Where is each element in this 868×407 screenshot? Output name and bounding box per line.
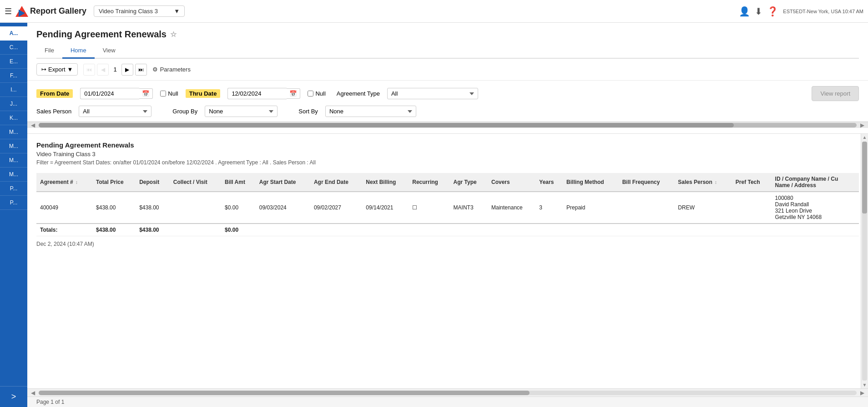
page-first-button[interactable]: ⏮ [83, 64, 95, 76]
report-content: Pending Agreement Renewals Video Trainin… [27, 134, 868, 388]
params-row-1: From Date 📅 Null Thru Date 📅 Null [36, 86, 859, 101]
thru-date-null-checkbox[interactable]: Null [308, 90, 325, 97]
content-area: Pending Agreement Renewals ☆ File Home V… [27, 23, 868, 407]
report-timestamp: Dec 2, 2024 (10:47 AM) [36, 241, 859, 247]
sort-by-select[interactable]: None Agreement # Total Price [325, 106, 416, 117]
sidebar-item-e[interactable]: E... [0, 55, 27, 69]
parameters-label: Parameters [160, 66, 191, 73]
sidebar: A... C... E... F... I... J... K... M... … [0, 23, 27, 407]
col-location: ID / Company Name / CuName / Address [772, 173, 859, 192]
scroll-down-icon[interactable]: ▼ [861, 382, 868, 388]
params-row-2: Sales Person All Group By None Sales Per… [36, 106, 859, 117]
group-by-select[interactable]: None Sales Person Agreement Type [205, 106, 278, 117]
from-date-calendar-button[interactable]: 📅 [139, 88, 153, 99]
col-years: Years [535, 173, 563, 192]
col-billing-method: Billing Method [563, 173, 619, 192]
sidebar-item-k[interactable]: K... [0, 111, 27, 125]
sidebar-item-p1[interactable]: P... [0, 182, 27, 196]
sort-icon-sales-person[interactable]: ↕ [715, 180, 717, 185]
cell-collect-visit [170, 192, 221, 224]
sidebar-item-j[interactable]: J... [0, 97, 27, 111]
sidebar-item-m1[interactable]: M... [0, 125, 27, 139]
hamburger-menu[interactable]: ☰ [5, 6, 12, 16]
cell-billing-method: Prepaid [563, 192, 619, 224]
col-agreement-num: Agreement # ↕ [36, 173, 92, 192]
sales-person-select[interactable]: All [79, 106, 151, 117]
from-date-input[interactable] [80, 88, 139, 99]
table-header-row: Agreement # ↕ Total Price Deposit Collec… [36, 173, 859, 192]
thru-date-calendar-button[interactable]: 📅 [287, 88, 300, 99]
col-total-price: Total Price [92, 173, 136, 192]
page-last-button[interactable]: ⏭ [135, 64, 147, 76]
thru-date-input[interactable] [227, 88, 287, 99]
report-header: Pending Agreement Renewals ☆ File Home V… [27, 23, 868, 59]
sidebar-item-a[interactable]: A... [0, 26, 27, 41]
cell-bill-amt: $0.00 [221, 192, 256, 224]
sidebar-item-c[interactable]: C... [0, 41, 27, 55]
export-button[interactable]: ↦ Export ▼ [36, 63, 78, 76]
col-pref-tech: Pref Tech [732, 173, 772, 192]
bottom-scroll-left-icon[interactable]: ◀ [29, 390, 37, 396]
vertical-scrollbar[interactable]: ▲ ▼ [861, 134, 868, 388]
totals-label: Totals: [36, 224, 92, 236]
bottom-scroll-right-icon[interactable]: ▶ [858, 390, 866, 396]
page-prev-button[interactable]: ◀ [97, 64, 109, 76]
scroll-track [862, 142, 867, 381]
cell-location: 100080 David Randall 321 Leon Drive Getz… [772, 192, 859, 224]
pagination: ⏮ ◀ 1 ▶ ⏭ [83, 64, 146, 76]
report-content-subtitle: Video Training Class 3 [36, 151, 859, 158]
page-next-button[interactable]: ▶ [121, 64, 133, 76]
sidebar-item-m3[interactable]: M... [0, 153, 27, 168]
scroll-left-arrow-icon[interactable]: ◀ [29, 122, 37, 128]
sidebar-item-p2[interactable]: P... [0, 196, 27, 210]
col-agr-start-date: Agr Start Date [256, 173, 310, 192]
cell-recurring: ☐ [409, 192, 449, 224]
view-report-button[interactable]: View report [812, 86, 859, 101]
report-content-title: Pending Agreement Renewals [36, 141, 859, 149]
class-dropdown[interactable]: Video Training Class 3 ▼ [94, 5, 185, 17]
agreement-type-select[interactable]: All Maintenance Service Other [387, 88, 478, 99]
from-date-null-checkbox[interactable]: Null [160, 90, 178, 97]
from-date-input-group: 📅 [80, 88, 153, 99]
sidebar-item-i[interactable]: I... [0, 83, 27, 97]
user-icon[interactable]: 👤 [739, 6, 750, 17]
tab-bar: File Home View [36, 43, 859, 59]
download-icon[interactable]: ⬇ [755, 6, 762, 17]
help-icon[interactable]: ❓ [767, 6, 778, 17]
bottom-scrollbar[interactable]: ◀ ▶ [27, 388, 868, 397]
table-row: 400049 $438.00 $438.00 $0.00 09/03/2024 … [36, 192, 859, 224]
thru-date-label: Thru Date [186, 89, 221, 98]
totals-collect-visit [170, 224, 221, 236]
page-number: 1 [111, 66, 119, 73]
sort-icon-agreement[interactable]: ↕ [76, 180, 78, 185]
tab-file[interactable]: File [36, 43, 62, 59]
cell-bill-frequency [619, 192, 675, 224]
report-table-wrapper: Agreement # ↕ Total Price Deposit Collec… [36, 173, 859, 236]
sidebar-expand-button[interactable]: > [0, 386, 27, 407]
app-title: Report Gallery [30, 6, 86, 16]
sort-by-label: Sort By [298, 108, 318, 115]
agreement-type-label: Agreement Type [337, 90, 380, 97]
sidebar-item-m4[interactable]: M... [0, 168, 27, 182]
scroll-up-icon[interactable]: ▲ [861, 134, 868, 141]
from-date-null-label: Null [168, 90, 178, 97]
totals-deposit: $438.00 [136, 224, 170, 236]
scroll-right-arrow-icon[interactable]: ▶ [858, 122, 866, 128]
sidebar-item-m2[interactable]: M... [0, 139, 27, 153]
sidebar-item-f[interactable]: F... [0, 69, 27, 83]
favorite-star-icon[interactable]: ☆ [170, 30, 177, 39]
tab-home[interactable]: Home [62, 43, 95, 59]
col-next-billing: Next Billing [362, 173, 409, 192]
report-filter-text: Filter = Agreement Start Dates: on/after… [36, 159, 859, 166]
thru-date-null-check-input[interactable] [308, 91, 313, 97]
params-scrollbar[interactable]: ◀ ▶ [27, 122, 868, 128]
cell-agr-start-date: 09/03/2024 [256, 192, 310, 224]
cell-agr-type: MAINT3 [450, 192, 488, 224]
parameters-button[interactable]: ⚙ Parameters [152, 66, 191, 73]
col-deposit: Deposit [136, 173, 170, 192]
tab-view[interactable]: View [95, 43, 124, 59]
col-collect-visit: Collect / Visit [170, 173, 221, 192]
cell-next-billing: 09/14/2021 [362, 192, 409, 224]
report-table: Agreement # ↕ Total Price Deposit Collec… [36, 173, 859, 236]
from-date-null-check-input[interactable] [160, 91, 166, 97]
